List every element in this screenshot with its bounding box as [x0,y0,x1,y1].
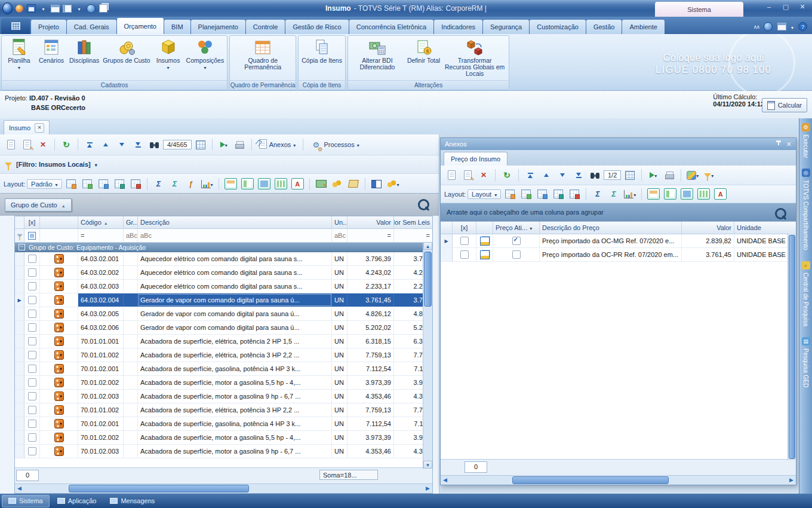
skin-icon[interactable] [14,4,24,13]
tab-projeto[interactable]: Projeto [31,20,66,34]
row-header[interactable] [15,348,24,362]
row-checkbox[interactable] [453,234,476,247]
new-record-button[interactable] [444,169,459,182]
panes-dropdown-icon[interactable] [791,23,793,30]
view-toggle-3[interactable] [679,188,694,201]
row-checkbox[interactable] [24,376,40,389]
subtotal-button[interactable]: Σ [607,188,621,201]
side-tab-executar[interactable]: ⚙ Executar [802,123,810,158]
globe-icon[interactable] [764,22,773,31]
filter-button[interactable] [702,169,716,182]
scrollbar-thumb[interactable] [512,476,669,484]
delete-record-button[interactable]: ✕ [36,138,50,151]
insumo-row[interactable]: 64.03.02.006Gerador de vapor com comando… [15,321,432,335]
scrollbar-thumb[interactable] [69,485,249,492]
insumo-row[interactable]: ▶64.03.02.004Gerador de vapor com comand… [15,293,432,307]
grid-insert-button[interactable] [503,188,517,201]
scroll-left-icon[interactable]: ◀ [442,477,448,483]
insumo-row[interactable]: 70.01.02.001Acabadora de superfície, gas… [15,362,432,376]
status-tab-aplicacao[interactable]: Aplicação [51,495,103,507]
row-checkbox[interactable] [24,348,40,362]
print-button[interactable] [662,169,676,182]
col-un[interactable]: Un... [332,216,347,228]
chart-button[interactable] [200,178,214,191]
tab-insumo[interactable]: Insumo ✕ [4,120,50,134]
insumo-row[interactable]: 70.01.01.002Acabadora de superfície, elé… [15,348,432,362]
tab-orcamento[interactable]: Orçamento [117,18,164,34]
ribbon-button-grupos-de-custo[interactable]: Grupos de Custo [101,36,152,79]
tab-customizacao[interactable]: Customização [530,20,586,34]
main-menu-button[interactable] [1,18,30,34]
grid-move-up-button[interactable] [567,188,582,201]
scroll-right-icon[interactable]: ▶ [788,477,795,483]
horizontal-scrollbar[interactable]: ◀ ▶ [15,483,432,493]
row-header[interactable] [441,248,453,261]
view-toggle-4[interactable] [696,188,711,201]
col-valor[interactable]: Valor [347,216,394,228]
side-tab-pesquisa-ged[interactable]: ▤ Pesquisa GED [802,337,810,388]
row-header[interactable] [15,252,24,265]
insumo-row[interactable]: 64.03.02.002Aquecedor elétrico com coman… [15,266,432,280]
ribbon-button-definir-total[interactable]: $ Definir Total [405,36,442,79]
row-checkbox[interactable] [24,445,40,458]
scroll-down-icon[interactable]: ▼ [423,461,432,469]
collapse-ribbon-icon[interactable]: ∧∧ [753,24,759,30]
grid-move-down-button[interactable] [112,178,127,191]
filter-descricao[interactable]: aBc [138,229,332,242]
col-icon[interactable] [40,216,78,228]
search-icon[interactable] [775,208,786,219]
row-checkbox[interactable] [24,252,40,265]
sum-button[interactable]: Σ [590,188,605,201]
price-book-button[interactable] [370,178,384,191]
layout-panes-icon[interactable] [777,23,786,30]
col-valor-sem-leis[interactable]: Valor Sem Leis [394,216,432,228]
chart-button[interactable] [623,188,637,201]
search-records-button[interactable] [147,138,161,151]
row-header[interactable] [15,376,24,389]
col-check[interactable]: [x] [453,222,476,234]
row-header[interactable] [15,321,24,334]
row-header[interactable] [15,307,24,320]
grid-move-up-button[interactable] [128,178,143,191]
minimize-button[interactable]: – [764,3,774,11]
insumo-row[interactable]: 70.01.01.001Acabadora de superfície, elé… [15,335,432,348]
filter-codigo[interactable]: = [78,229,124,242]
insumo-row[interactable]: 70.01.01.002Acabadora de superfície, elé… [15,403,432,417]
edit-record-button[interactable]: ✎ [20,138,34,151]
col-gr[interactable]: Gr... [124,216,138,228]
scroll-left-icon[interactable]: ◀ [16,485,23,491]
insumo-row[interactable]: 64.03.02.005Gerador de vapor com comando… [15,307,432,321]
ribbon-button-insumos[interactable]: Insumos [152,36,184,79]
scrollbar-thumb[interactable] [789,235,795,459]
side-tab-central-de-pesquisa[interactable]: ⌕ Central de Pesquisa [802,261,810,326]
insumo-row[interactable]: 70.01.02.003Acabadora de superfície, mot… [15,390,432,403]
tab-planejamento[interactable]: Planejamento [191,20,245,34]
preco-row[interactable]: ▶Preço importado da OC-MG Ref. 07/2020 e… [441,234,796,248]
row-header-corner[interactable] [15,216,24,228]
tab-bim[interactable]: BIM [164,20,190,34]
filter-icon-col[interactable] [40,229,78,242]
anexos-button[interactable]: Anexos [256,138,299,151]
row-checkbox[interactable] [24,335,40,348]
filter-funnel-icon[interactable] [5,163,12,167]
row-checkbox[interactable] [24,431,40,444]
cell-preco-ativo[interactable] [493,234,540,247]
filter-valor-sem[interactable]: = [394,229,432,242]
tab-ambiente[interactable]: Ambiente [622,20,664,34]
tab-indicadores[interactable]: Indicadores [434,20,482,34]
insumo-row[interactable]: 70.01.02.003Acabadora de superfície, mot… [15,445,432,458]
col-icon[interactable] [476,222,493,234]
processos-button[interactable]: ⚙⚙ Processos [307,137,362,152]
tab-concorrencia-eletronica[interactable]: Concorrência Eletrônica [349,20,433,34]
help-icon[interactable]: ? [798,22,807,31]
system-menu-tab[interactable]: Sistema [655,2,743,17]
tab-cad-gerais[interactable]: Cad. Gerais [67,20,116,34]
nav-next-button[interactable] [555,169,570,182]
coins-button[interactable] [330,178,345,191]
group-chip[interactable]: Grupo de Custo [5,198,72,212]
ribbon-button-cenarios[interactable]: Cenários [35,36,67,79]
tab-seguranca[interactable]: Segurança [483,20,529,34]
grid-copy-button[interactable] [80,178,94,191]
nav-first-button[interactable] [523,169,537,182]
grid-view-button[interactable] [535,188,549,201]
